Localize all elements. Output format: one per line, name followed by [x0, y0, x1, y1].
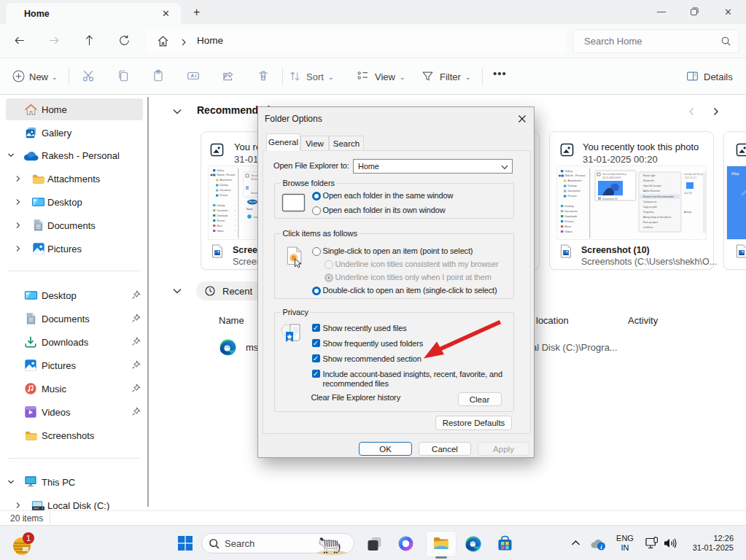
- svg-text:Documents: Documents: [217, 209, 229, 212]
- svg-text:Music: Music: [565, 225, 572, 228]
- svg-text:Videos: Videos: [217, 230, 225, 233]
- svg-text:Documents: Documents: [220, 189, 232, 192]
- svg-text:Desktop: Desktop: [217, 204, 225, 207]
- svg-text:Pictures: Pictures: [565, 220, 575, 223]
- svg-text:Desktop: Desktop: [568, 184, 578, 187]
- svg-text:Rakesh - Personal: Rakesh - Personal: [565, 174, 586, 177]
- svg-text:Rakesh - Personal: Rakesh - Personal: [217, 174, 236, 176]
- svg-text:Free up space: Free up space: [643, 221, 658, 224]
- svg-text:Desktop: Desktop: [220, 184, 228, 187]
- svg-text:Map: Map: [731, 171, 739, 176]
- svg-text:Compress to...: Compress to...: [643, 201, 658, 203]
- svg-text:Remove from Recommended: Remove from Recommended: [643, 195, 674, 198]
- svg-text:Downloads: Downloads: [217, 214, 228, 217]
- svg-text:31-01-2025 00:19: 31-01-2025 00:19: [602, 176, 621, 179]
- svg-text:Attachments: Attachments: [220, 179, 233, 182]
- svg-text:Recent: Recent: [249, 201, 257, 203]
- svg-text:Gallery: Gallery: [565, 170, 573, 173]
- svg-text:Activity: Activity: [684, 211, 692, 214]
- svg-text:Videos: Videos: [565, 230, 573, 233]
- svg-text:OneDrive: OneDrive: [643, 226, 653, 229]
- svg-text:Documents: Documents: [565, 210, 578, 213]
- svg-text:Rotate left: Rotate left: [643, 179, 654, 182]
- svg-text:Add to Favorites: Add to Favorites: [643, 190, 661, 192]
- svg-text:ecently took this ph: ecently took this ph: [684, 173, 704, 176]
- svg-text:1: 1: [26, 534, 31, 542]
- svg-text:Attachments: Attachments: [568, 179, 582, 182]
- svg-text:Gallery: Gallery: [217, 169, 225, 172]
- svg-text:Copy as path: Copy as path: [643, 206, 657, 209]
- svg-text:Open file location: Open file location: [643, 184, 661, 187]
- svg-text:-2025 00:17: -2025 00:17: [684, 176, 696, 179]
- svg-text:Name: Name: [246, 208, 253, 211]
- svg-text:Always keep on this device: Always keep on this device: [643, 216, 671, 219]
- svg-text:shot (9): shot (9): [684, 192, 692, 195]
- svg-text:Pictures: Pictures: [220, 194, 228, 197]
- svg-text:You recently took this p: You recently took this p: [602, 173, 626, 176]
- svg-text:Screenshot (9): Screenshot (9): [602, 198, 618, 201]
- svg-text:Downloads: Downloads: [565, 215, 578, 218]
- svg-text:Properties: Properties: [643, 211, 654, 214]
- svg-text:Pictures: Pictures: [217, 219, 225, 222]
- svg-text:Rotate right: Rotate right: [643, 174, 656, 177]
- svg-text:Pictures: Pictures: [568, 195, 578, 198]
- svg-text:Desktop: Desktop: [565, 205, 575, 208]
- svg-text:Music: Music: [217, 225, 223, 228]
- svg-text:Documents: Documents: [568, 190, 580, 192]
